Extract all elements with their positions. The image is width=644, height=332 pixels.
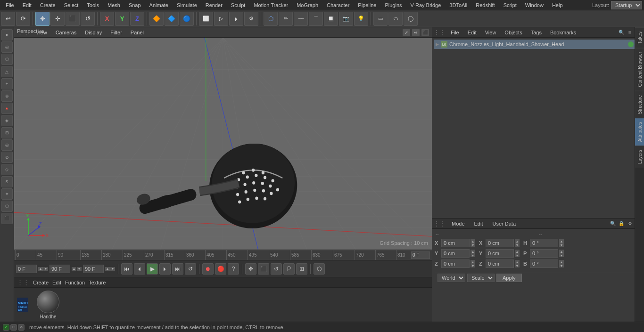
left-tool-11[interactable]: ⊘ — [1, 152, 13, 163]
brush-button[interactable]: ✏ — [279, 12, 293, 26]
key-select-button[interactable]: ⬛ — [258, 263, 269, 275]
attr-h-down[interactable]: ▼ — [559, 243, 564, 247]
key-scale-button[interactable]: P — [283, 263, 295, 275]
timeline-ruler[interactable]: 0 45 90 135 180 225 270 315 360 405 450 … — [14, 250, 432, 260]
menu-help[interactable]: Help — [548, 1, 567, 9]
left-tool-1[interactable]: ● — [1, 29, 13, 40]
attr-x-rot-down[interactable]: ▼ — [515, 243, 520, 247]
key-grid-button[interactable]: ⊞ — [296, 263, 307, 275]
start-frame-up[interactable]: ▲ — [38, 267, 43, 271]
motion-path-button[interactable]: ✥ — [245, 263, 256, 275]
vp-menu-display[interactable]: Display — [83, 29, 104, 36]
scale-tool-button[interactable]: ⬛ — [66, 12, 80, 26]
texture-mode-button[interactable]: 🔷 — [165, 12, 179, 26]
attr-x-pos-input[interactable] — [441, 239, 470, 247]
move-tool-button[interactable]: ✛ — [50, 12, 65, 26]
mat-menu-create[interactable]: Create — [33, 280, 49, 285]
object-row-shower[interactable]: ▶ L0 Chrome_Nozzles_Light_Handheld_Showe… — [434, 40, 642, 49]
attr-p-input[interactable] — [530, 249, 558, 258]
vtab-layers[interactable]: Layers — [635, 146, 644, 168]
attr-p-down[interactable]: ▼ — [559, 253, 564, 257]
left-tool-13[interactable]: S — [1, 176, 13, 187]
attr-y-rot-input[interactable] — [486, 249, 514, 258]
undo-button[interactable]: ↩ — [1, 12, 15, 26]
vtab-content-browser[interactable]: Content Browser — [635, 48, 644, 90]
vp-menu-panel[interactable]: Panel — [129, 29, 146, 36]
material-button[interactable]: ◯ — [404, 12, 418, 26]
left-tool-8[interactable]: ◈ — [1, 115, 13, 126]
left-tool-2[interactable]: ◎ — [1, 41, 13, 53]
left-tool-12[interactable]: ◇ — [1, 164, 13, 175]
key-rotate-button[interactable]: ↺ — [271, 263, 282, 275]
render-region-button[interactable]: ⬜ — [199, 12, 213, 26]
attr-menu-userdata[interactable]: User Data — [490, 220, 519, 227]
attr-x-rot-input[interactable] — [486, 239, 514, 247]
menu-script[interactable]: Script — [500, 1, 520, 9]
left-tool-15[interactable]: ⬡ — [1, 201, 13, 212]
attr-z-pos-input[interactable] — [441, 259, 470, 268]
attr-b-input[interactable] — [530, 259, 558, 268]
light-button[interactable]: 💡 — [354, 12, 368, 26]
menu-snap[interactable]: Snap — [125, 1, 145, 9]
left-tool-6[interactable]: ⊕ — [1, 90, 13, 102]
attr-z-rot-down[interactable]: ▼ — [515, 264, 520, 267]
search-icon[interactable]: 🔍 — [618, 29, 625, 36]
left-tool-7[interactable]: 🔺 — [1, 103, 13, 114]
end-frame-input[interactable] — [83, 265, 104, 273]
menu-redshift[interactable]: Redshift — [472, 1, 498, 9]
attr-lock-icon[interactable]: 🔒 — [618, 220, 625, 227]
left-tool-3[interactable]: ⬡ — [1, 54, 13, 65]
left-tool-5[interactable]: + — [1, 78, 13, 89]
auto-key-button[interactable]: 🔴 — [215, 263, 226, 275]
attr-x-rot-up[interactable]: ▲ — [515, 239, 520, 243]
attr-h-up[interactable]: ▲ — [559, 239, 564, 243]
menu-3dtoall[interactable]: 3DToAll — [446, 1, 471, 9]
cube-button[interactable]: ⬡ — [264, 12, 278, 26]
attr-p-up[interactable]: ▲ — [559, 250, 564, 253]
viewport[interactable]: X Y Z Grid Spacing : 10 cm — [14, 38, 432, 250]
timeline-view-button[interactable]: ⬡ — [314, 263, 325, 275]
world-dropdown[interactable]: World — [438, 274, 465, 282]
rotate-tool-button[interactable]: ↺ — [81, 12, 95, 26]
obj-menu-view[interactable]: View — [482, 29, 499, 36]
layout-dropdown[interactable]: Startup — [611, 1, 642, 9]
menu-pipeline[interactable]: Pipeline — [354, 1, 380, 9]
menu-mograph[interactable]: MoGraph — [293, 1, 322, 9]
start-frame-down[interactable]: ▼ — [43, 267, 48, 271]
vp-icon-arrows[interactable]: ⇔ — [412, 29, 420, 36]
obj-menu-tags[interactable]: Tags — [528, 29, 545, 36]
loop-button[interactable]: ↺ — [185, 263, 196, 275]
render-active-button[interactable]: ⏵ — [229, 12, 243, 26]
mat-menu-texture[interactable]: Texture — [89, 280, 106, 285]
menu-plugins[interactable]: Plugins — [381, 1, 405, 9]
x-axis-button[interactable]: X — [100, 12, 114, 26]
deform-button[interactable]: ⌒ — [309, 12, 323, 26]
vtab-takes[interactable]: Takes — [635, 27, 644, 48]
record-button[interactable]: ⏺ — [202, 263, 214, 275]
menu-simulate[interactable]: Simulate — [173, 1, 201, 9]
attr-y-down[interactable]: ▼ — [471, 253, 475, 257]
left-tool-14[interactable]: ✦ — [1, 188, 13, 200]
attr-z-down[interactable]: ▼ — [471, 264, 475, 267]
menu-select[interactable]: Select — [60, 1, 83, 9]
go-end-button[interactable]: ⏭ — [172, 263, 183, 275]
select-tool-button[interactable]: ✥ — [35, 12, 50, 26]
left-tool-9[interactable]: ⊞ — [1, 127, 13, 138]
vp-menu-filter[interactable]: Filter — [108, 29, 124, 36]
attr-z-up[interactable]: ▲ — [471, 260, 475, 264]
scale-dropdown[interactable]: Scale — [467, 274, 495, 282]
menu-mesh[interactable]: Mesh — [104, 1, 124, 9]
attr-x-down[interactable]: ▼ — [471, 243, 475, 247]
attr-y-rot-up[interactable]: ▲ — [515, 250, 520, 253]
list-view-icon[interactable]: ≡ — [626, 29, 634, 36]
visibility-badge[interactable] — [628, 41, 634, 47]
attr-search-icon[interactable]: 🔍 — [609, 220, 617, 227]
attr-h-input[interactable] — [530, 239, 558, 247]
vp-icon-square[interactable]: ⬛ — [421, 29, 429, 36]
preview-start-down[interactable]: ▼ — [77, 267, 82, 271]
attr-b-down[interactable]: ▼ — [559, 264, 564, 267]
play-button[interactable]: ▶ — [147, 263, 158, 275]
obj-menu-file[interactable]: File — [448, 29, 462, 36]
prev-frame-button[interactable]: ⏴ — [134, 263, 145, 275]
menu-character[interactable]: Character — [323, 1, 353, 9]
